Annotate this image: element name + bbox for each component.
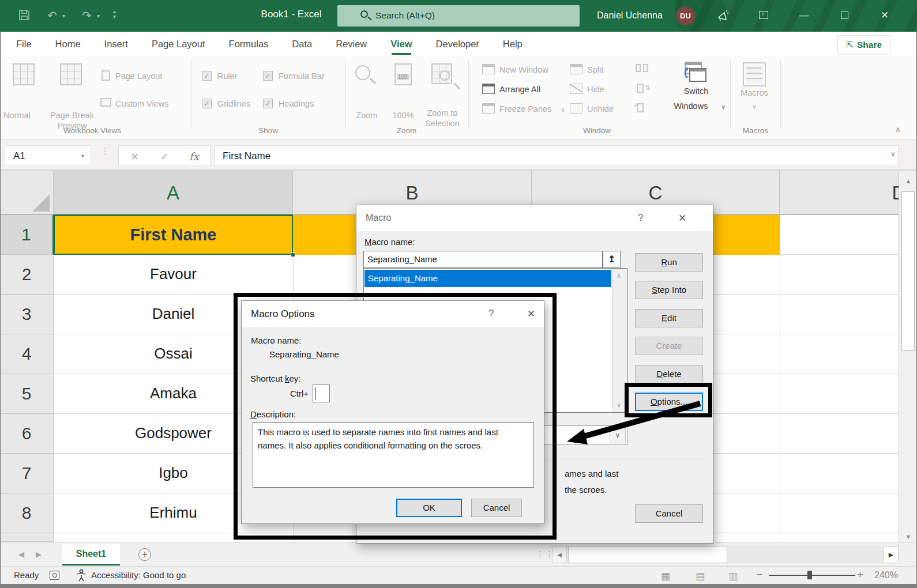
normal-view-label[interactable]: Normal xyxy=(3,111,31,120)
page-break-preview-icon[interactable] xyxy=(60,63,82,85)
redo-caret-icon[interactable]: ▾ xyxy=(97,13,100,19)
tab-home[interactable]: Home xyxy=(55,39,81,50)
page-layout-view-label[interactable]: Page Layout xyxy=(115,71,162,81)
step-into-button[interactable]: Step Into xyxy=(635,281,703,299)
prev-sheet-icon[interactable]: ◀ xyxy=(18,550,24,559)
switch-windows-label2[interactable]: Windows xyxy=(663,101,719,111)
row-header-4[interactable]: 4 xyxy=(0,334,54,374)
switch-windows-chevron-icon[interactable]: ∨ xyxy=(721,103,726,111)
view-normal-icon[interactable]: ▦ xyxy=(661,570,670,582)
zoom-label[interactable]: Zoom xyxy=(344,111,390,120)
vertical-scrollbar[interactable]: ▲ ▼ xyxy=(899,171,917,546)
view-side-by-side-icon[interactable] xyxy=(643,64,648,72)
mo-cancel-button[interactable]: Cancel xyxy=(471,499,522,517)
run-button[interactable]: Run xyxy=(635,253,703,272)
new-window-label[interactable]: New Window xyxy=(499,65,548,74)
view-side-by-side-icon[interactable] xyxy=(636,64,641,72)
hscroll-left-icon[interactable]: ◀ xyxy=(552,546,567,563)
close-icon[interactable]: ✕ xyxy=(678,212,686,224)
zoom-in-icon[interactable]: + xyxy=(857,568,863,581)
list-scroll-down-icon[interactable]: ∨ xyxy=(617,401,621,409)
sheet-tab-sheet1[interactable]: Sheet1 xyxy=(62,544,120,566)
help-icon[interactable]: ? xyxy=(488,308,494,319)
headings-checkbox[interactable]: ✓ xyxy=(263,99,273,108)
record-macro-icon[interactable] xyxy=(50,571,59,580)
hscroll-right-icon[interactable]: ▶ xyxy=(884,546,899,563)
page-layout-view-icon[interactable] xyxy=(102,70,110,81)
new-sheet-button[interactable]: + xyxy=(138,548,151,561)
macro-dialog-titlebar[interactable]: Macro ? ✕ xyxy=(356,205,713,231)
macro-options-titlebar[interactable]: Macro Options ? ✕ xyxy=(242,301,544,327)
redo-icon[interactable]: ↷ xyxy=(82,9,92,22)
new-window-icon[interactable] xyxy=(482,64,495,74)
zoom-slider-thumb[interactable] xyxy=(807,571,812,579)
tab-insert[interactable]: Insert xyxy=(104,39,128,50)
row-header-6[interactable]: 6 xyxy=(0,414,54,454)
macro-name-up-icon[interactable]: ↥ xyxy=(603,251,621,268)
zoom-to-selection-icon[interactable] xyxy=(431,63,452,84)
macros-icon[interactable] xyxy=(743,62,766,86)
confirm-entry-icon[interactable]: ✓ xyxy=(160,150,169,163)
arrange-all-label[interactable]: Arrange All xyxy=(499,85,540,94)
freeze-panes-chevron-icon[interactable]: ∨ xyxy=(561,106,565,114)
accessibility-icon[interactable] xyxy=(76,569,88,583)
custom-views-label[interactable]: Custom Views xyxy=(115,99,168,108)
formula-bar-checkbox[interactable]: ✓ xyxy=(263,71,273,81)
maximize-button[interactable] xyxy=(832,0,857,32)
headings-label[interactable]: Headings xyxy=(279,99,314,108)
ribbon-display-options-icon[interactable] xyxy=(751,0,776,32)
switch-windows-icon[interactable] xyxy=(681,61,708,87)
macro-name-input[interactable]: Separating_Name xyxy=(363,251,603,268)
description-textarea[interactable]: This macro is used to separate names int… xyxy=(253,422,534,488)
unhide-label[interactable]: Unhide xyxy=(587,104,614,114)
save-icon[interactable] xyxy=(18,9,30,23)
column-header-a[interactable]: A xyxy=(54,171,293,215)
tab-help[interactable]: Help xyxy=(503,39,523,50)
edit-button[interactable]: Edit xyxy=(635,309,703,327)
reset-window-position-icon[interactable]: ↶ xyxy=(637,103,644,112)
delete-button[interactable]: Delete xyxy=(635,365,703,383)
freeze-panes-label[interactable]: Freeze Panes xyxy=(499,104,551,114)
zoom-out-icon[interactable]: − xyxy=(756,568,762,581)
cell-a2[interactable]: Favour xyxy=(54,255,293,295)
tab-file[interactable]: File xyxy=(16,39,32,50)
gridlines-label[interactable]: Gridlines xyxy=(217,99,250,108)
expand-formula-bar-icon[interactable]: ∨ xyxy=(890,150,896,158)
page-break-preview-label[interactable]: Page Break xyxy=(37,111,107,120)
horizontal-scroll-thumb[interactable] xyxy=(568,546,727,563)
switch-windows-label[interactable]: Switch xyxy=(670,86,722,96)
row-header-8[interactable]: 8 xyxy=(0,493,54,533)
name-box-caret-icon[interactable]: ▾ xyxy=(81,153,84,159)
undo-caret-icon[interactable]: ▾ xyxy=(62,13,65,19)
normal-view-icon[interactable] xyxy=(13,63,35,85)
horizontal-scrollbar[interactable] xyxy=(567,546,883,563)
row-header-9-partial[interactable] xyxy=(0,533,54,542)
zoom-slider-track[interactable] xyxy=(769,575,855,576)
hide-icon[interactable] xyxy=(570,84,582,94)
hide-label[interactable]: Hide xyxy=(587,85,604,94)
formula-bar-label[interactable]: Formula Bar xyxy=(279,71,325,81)
share-button[interactable]: ⇱Share xyxy=(837,35,890,54)
insert-function-icon[interactable]: fx xyxy=(189,150,199,163)
tab-data[interactable]: Data xyxy=(292,39,312,50)
close-icon[interactable]: ✕ xyxy=(527,308,535,320)
next-sheet-icon[interactable]: ▶ xyxy=(36,550,42,559)
close-button[interactable]: ✕ xyxy=(872,0,897,32)
row-header-2[interactable]: 2 xyxy=(0,255,54,295)
tab-page-layout[interactable]: Page Layout xyxy=(152,39,205,50)
row-header-1[interactable]: 1 xyxy=(0,215,54,255)
shortcut-key-input[interactable] xyxy=(313,385,330,402)
row-header-5[interactable]: 5 xyxy=(0,374,54,414)
tab-view[interactable]: View xyxy=(390,39,412,50)
zoom-level[interactable]: 240% xyxy=(874,570,898,581)
undo-icon[interactable]: ↶ xyxy=(47,9,57,22)
synchronous-scrolling-icon[interactable]: ⇅ xyxy=(637,84,644,93)
custom-views-icon[interactable] xyxy=(100,98,111,107)
zoom-icon[interactable] xyxy=(355,65,370,80)
minimize-button[interactable]: — xyxy=(791,0,817,32)
zoom-100-icon[interactable]: 100 xyxy=(394,63,412,85)
row-header-7[interactable]: 7 xyxy=(0,454,54,493)
search-input[interactable]: Search (Alt+Q) xyxy=(337,5,580,27)
tab-review[interactable]: Review xyxy=(336,39,367,50)
tab-formulas[interactable]: Formulas xyxy=(229,39,269,50)
